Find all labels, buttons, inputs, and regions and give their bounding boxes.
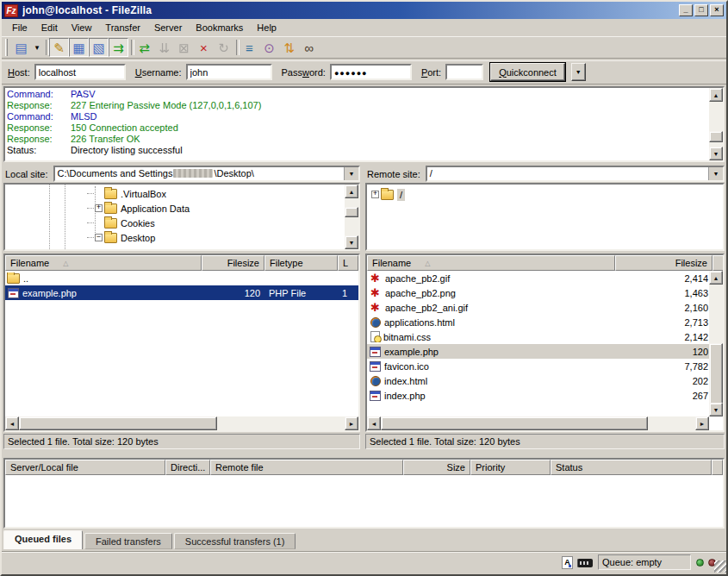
menu-item[interactable]: Help [250, 20, 283, 35]
column-header[interactable]: Filesize [615, 255, 712, 271]
file-icon [369, 303, 382, 313]
column-header[interactable]: Filename△ [367, 255, 615, 271]
queue-tab[interactable]: Successful transfers (1) [174, 533, 296, 549]
tree-item[interactable]: .VirtualBox [87, 186, 343, 201]
tree-scroll-thumb[interactable] [345, 207, 358, 217]
queue-column-header[interactable]: Server/Local file [5, 460, 165, 475]
window-controls: _□× [679, 4, 724, 16]
quickconnect-bar: Host: Username: Password: Port: Quickcon… [2, 60, 726, 85]
remote-vscrollbar[interactable]: ▲ ▼ [709, 271, 723, 416]
scroll-down-icon[interactable]: ▼ [709, 403, 723, 416]
resize-grip[interactable] [714, 560, 726, 573]
maximize-button[interactable]: □ [694, 4, 708, 16]
directory-comparison-icon[interactable]: ⊙ [259, 38, 279, 57]
local-hscrollbar[interactable]: ◄ ► [5, 416, 358, 430]
find-files-icon[interactable]: ∞ [299, 38, 319, 57]
menu-item[interactable]: View [65, 20, 99, 35]
tree-connector [87, 208, 94, 209]
speed-limit-icon[interactable] [577, 559, 593, 567]
quickconnect-button[interactable]: Quickconnect [490, 63, 565, 81]
disconnect-icon[interactable]: × [194, 38, 214, 57]
queue-column-header[interactable]: Remote file [210, 460, 403, 475]
file-row[interactable]: index.html 202 [367, 373, 712, 388]
queue-column-header[interactable]: Status [551, 460, 712, 475]
scroll-right-icon[interactable]: ► [695, 416, 709, 430]
toggle-queue-icon[interactable]: ⇉ [109, 38, 128, 57]
file-icon [8, 288, 19, 298]
menu-item[interactable]: Transfer [98, 20, 147, 35]
tree-item[interactable]: + / [371, 187, 721, 202]
close-button[interactable]: × [710, 4, 724, 16]
minimize-button[interactable]: _ [679, 4, 693, 16]
toggle-remote-tree-icon[interactable]: ▧ [89, 38, 109, 57]
queue-column-header[interactable]: Priority [470, 460, 551, 475]
column-header[interactable]: Filetype [264, 255, 338, 271]
tree-expander[interactable]: + [95, 204, 103, 212]
vscroll-thumb[interactable] [709, 343, 723, 409]
combo-dropdown-icon[interactable]: ▼ [344, 167, 358, 180]
quickconnect-dropdown-icon[interactable]: ▼ [571, 63, 586, 81]
port-label: Port: [421, 67, 441, 78]
file-row[interactable]: apache_pb2_ani.gif 2,160 [367, 300, 712, 315]
synchronized-browsing-icon[interactable]: ⇅ [279, 38, 299, 57]
queue-column-header[interactable]: Directi... [165, 460, 210, 475]
queue-tab[interactable]: Queued files [3, 530, 83, 549]
log-scrollbar[interactable]: ▲ ▼ [709, 88, 723, 160]
file-row[interactable]: .. [5, 271, 358, 285]
remote-hscrollbar[interactable]: ◄ ► [367, 416, 709, 430]
tree-item[interactable]: Cookies [87, 216, 343, 230]
scroll-up-icon[interactable]: ▲ [709, 271, 723, 285]
queue-column-header[interactable]: Size [403, 460, 470, 475]
local-site-combobox[interactable]: C:\Documents and Settings\Desktop\ ▼ [53, 166, 360, 182]
scroll-left-icon[interactable]: ◄ [367, 416, 381, 430]
filter-icon[interactable]: ≡ [240, 38, 259, 57]
remote-site-combobox[interactable]: / ▼ [426, 166, 725, 182]
local-file-list: .. example.php 120 PHP File 1 [5, 271, 358, 300]
toggle-log-icon[interactable]: ✎ [49, 38, 69, 57]
column-header[interactable]: L [338, 255, 358, 271]
file-row[interactable]: bitnami.css 2,142 [367, 329, 712, 344]
local-tree-scrollbar[interactable]: ▲ ▼ [345, 185, 358, 249]
menu-item[interactable]: Bookmarks [189, 20, 250, 35]
host-input[interactable] [34, 64, 126, 80]
tree-item[interactable]: − Desktop [87, 230, 343, 245]
file-row[interactable]: applications.html 2,713 [367, 315, 712, 329]
tree-expander[interactable]: − [95, 234, 103, 241]
site-manager-dropdown-icon[interactable]: ▾ [31, 38, 43, 57]
scroll-left-icon[interactable]: ◄ [5, 416, 19, 430]
column-header[interactable]: Filename△ [5, 255, 202, 271]
column-header[interactable]: Filesize [202, 255, 264, 271]
combo-dropdown-icon[interactable]: ▼ [708, 167, 723, 180]
process-queue-icon[interactable]: ⇊ [154, 38, 174, 57]
tree-expander[interactable]: + [371, 191, 379, 198]
scroll-down-icon[interactable]: ▼ [345, 235, 358, 249]
username-input[interactable] [186, 64, 272, 80]
window-title: john@localhost - FileZilla [22, 4, 679, 16]
scroll-right-icon[interactable]: ► [345, 416, 358, 430]
queue-tab[interactable]: Failed transfers [84, 533, 172, 549]
file-row[interactable]: index.php 267 [367, 388, 712, 403]
file-row[interactable]: example.php 120 [367, 344, 712, 359]
hscroll-thumb[interactable] [19, 416, 217, 430]
menu-item[interactable]: Edit [34, 20, 65, 35]
scroll-down-icon[interactable]: ▼ [709, 147, 723, 160]
menu-item[interactable]: File [5, 20, 34, 35]
hscroll-thumb[interactable] [381, 416, 648, 430]
cancel-operation-icon[interactable]: ⊠ [174, 38, 194, 57]
file-row[interactable]: apache_pb2.gif 2,414 [367, 271, 712, 285]
file-row[interactable]: apache_pb2.png 1,463 [367, 285, 712, 300]
file-row[interactable]: example.php 120 PHP File 1 [5, 285, 358, 300]
tree-item[interactable]: + Application Data [87, 201, 343, 216]
menu-item[interactable]: Server [147, 20, 189, 35]
password-input[interactable] [330, 64, 412, 80]
scroll-up-icon[interactable]: ▲ [345, 185, 358, 198]
refresh-icon[interactable]: ⇄ [134, 38, 154, 57]
toggle-local-tree-icon[interactable]: ▦ [69, 38, 89, 57]
file-row[interactable]: favicon.ico 7,782 [367, 359, 712, 373]
scroll-up-icon[interactable]: ▲ [709, 88, 723, 102]
reconnect-icon[interactable]: ↻ [214, 38, 233, 57]
queue-column-header[interactable] [712, 460, 723, 475]
site-manager-icon[interactable]: ▤ [11, 38, 31, 57]
log-scroll-thumb[interactable] [709, 131, 723, 142]
port-input[interactable] [445, 64, 483, 80]
